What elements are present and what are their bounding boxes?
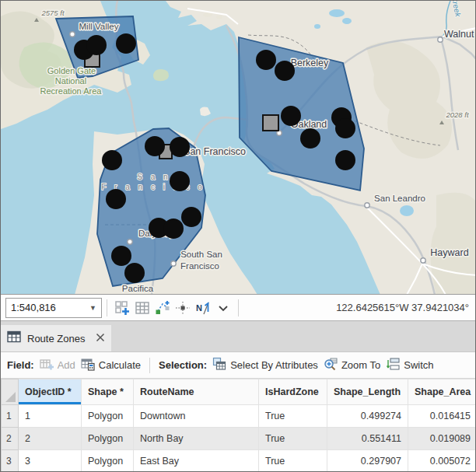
cell-routename[interactable]: Downtown — [134, 405, 259, 428]
column-header-shape-length[interactable]: Shape_Length — [327, 379, 408, 405]
row-selector[interactable]: 3 — [2, 450, 19, 472]
chevron-down-icon[interactable]: ▼ — [89, 304, 96, 312]
stop-marker[interactable] — [335, 118, 355, 138]
divider — [149, 358, 150, 373]
table-icon — [7, 330, 21, 347]
town-marker — [171, 261, 176, 266]
cell-routename[interactable]: East Bay — [134, 450, 259, 472]
zoom-to-button[interactable]: Zoom To — [324, 357, 380, 373]
cell-shape-area[interactable]: 0.005072 — [408, 450, 476, 472]
grid-icon[interactable] — [133, 299, 152, 317]
stop-marker[interactable] — [170, 171, 190, 191]
select-by-attributes-icon — [212, 357, 226, 373]
column-header-shape-area[interactable]: Shape_Area — [408, 379, 476, 405]
map-label: Walnut — [444, 29, 474, 40]
scale-combobox[interactable]: 1:540,816 ▼ — [5, 298, 102, 318]
select-all-triangle-icon — [5, 392, 16, 402]
add-field-icon — [40, 357, 54, 373]
map-view[interactable]: 2575 ftMill ValleyGolden GateNationalRec… — [1, 1, 476, 295]
hills-south — [431, 193, 476, 295]
column-header-objectid[interactable]: ObjectID * — [19, 379, 82, 405]
stop-marker[interactable] — [256, 50, 276, 70]
stop-marker[interactable] — [335, 150, 355, 170]
map-label: 2028 ft — [445, 110, 468, 119]
map-label: Mill Valley — [79, 22, 119, 31]
cell-ishardzone[interactable]: True — [259, 450, 327, 472]
cell-shape-length[interactable]: 0.551411 — [327, 428, 408, 450]
scale-value: 1:540,816 — [11, 302, 56, 313]
table-tabstrip: Route Zones — [1, 321, 475, 352]
map-label: Berkeley — [291, 58, 329, 68]
edit-sketch-icon[interactable] — [153, 299, 172, 317]
map-label: San Francisco — [184, 146, 246, 157]
stop-marker[interactable] — [275, 61, 295, 81]
row-selector[interactable]: 2 — [2, 428, 19, 450]
map-label: Francisco — [180, 261, 219, 271]
cell-ishardzone[interactable]: True — [259, 405, 327, 428]
select-all-corner[interactable] — [2, 379, 19, 405]
cell-routename[interactable]: North Bay — [134, 428, 259, 450]
map-label: 2575 ft — [40, 9, 64, 17]
stop-marker[interactable] — [116, 33, 136, 54]
column-header-shape[interactable]: Shape * — [82, 379, 134, 405]
town-marker — [365, 203, 369, 208]
cell-shape[interactable]: Polygon — [82, 428, 134, 450]
cell-objectid[interactable]: 3 — [19, 450, 82, 472]
add-field-button[interactable]: Add — [40, 357, 75, 373]
calculate-icon — [81, 357, 95, 373]
divider — [238, 299, 239, 316]
stop-marker[interactable] — [181, 207, 201, 227]
stop-marker[interactable] — [300, 128, 320, 149]
stop-marker[interactable] — [163, 219, 184, 239]
cell-objectid[interactable]: 1 — [19, 405, 82, 428]
snapping-icon[interactable] — [173, 299, 192, 317]
coordinates-readout: 122.6425615°W 37.9421034° — [243, 302, 471, 313]
add-bookmark-grid-icon[interactable] — [113, 299, 131, 317]
divider — [107, 299, 107, 316]
row-selector[interactable]: 1 — [2, 405, 19, 428]
table-toolbar: Field: Add Calculate Selection: Select B… — [1, 352, 475, 379]
zoom-to-label: Zoom To — [341, 359, 380, 371]
cell-objectid[interactable]: 2 — [19, 428, 82, 450]
switch-selection-icon — [386, 357, 400, 373]
switch-selection-button[interactable]: Switch — [386, 357, 433, 373]
stop-marker[interactable] — [170, 137, 190, 157]
map-label: Hayward — [430, 247, 468, 258]
chevron-down-icon[interactable] — [214, 299, 233, 317]
column-header-routename[interactable]: RouteName — [134, 379, 259, 405]
map-label: S a n — [137, 173, 170, 181]
cell-ishardzone[interactable]: True — [259, 428, 327, 450]
depot-marker[interactable] — [263, 115, 278, 131]
table-row: 3 3 Polygon East Bay True 0.297907 0.005… — [2, 450, 476, 472]
table-row: 2 2 Polygon North Bay True 0.551411 0.01… — [2, 428, 476, 450]
switch-selection-label: Switch — [404, 359, 433, 371]
map-label: National — [55, 76, 86, 86]
cell-shape-area[interactable]: 0.016415 — [408, 405, 476, 428]
stop-marker[interactable] — [145, 136, 165, 156]
cell-shape-length[interactable]: 0.499274 — [327, 405, 408, 428]
stop-marker[interactable] — [106, 189, 126, 209]
column-header-ishardzone[interactable]: IsHardZone — [259, 379, 327, 405]
stop-marker[interactable] — [102, 150, 122, 170]
north-arrow-icon[interactable]: N — [194, 299, 212, 317]
stop-marker[interactable] — [86, 35, 107, 55]
select-by-attributes-button[interactable]: Select By Attributes — [212, 357, 318, 373]
cell-shape[interactable]: Polygon — [82, 405, 134, 428]
stop-marker[interactable] — [281, 106, 301, 126]
basemap: 2575 ftMill ValleyGolden GateNationalRec… — [1, 1, 476, 295]
arcgis-window: 2575 ftMill ValleyGolden GateNationalRec… — [0, 0, 476, 472]
tab-title: Route Zones — [27, 333, 85, 344]
table-row: 1 1 Polygon Downtown True 0.499274 0.016… — [2, 405, 476, 428]
attribute-table: ObjectID * Shape * RouteName IsHardZone … — [1, 379, 476, 472]
stop-marker[interactable] — [124, 263, 145, 283]
tab-route-zones[interactable]: Route Zones — [1, 325, 111, 351]
map-label: Pacifica — [122, 284, 154, 293]
cell-shape[interactable]: Polygon — [82, 450, 134, 472]
cell-shape-area[interactable]: 0.019089 — [408, 428, 476, 450]
close-icon[interactable] — [96, 331, 105, 345]
calculate-button[interactable]: Calculate — [81, 357, 141, 373]
cell-shape-length[interactable]: 0.297907 — [327, 450, 408, 472]
map-label: South San — [180, 250, 222, 259]
stop-marker[interactable] — [111, 246, 131, 266]
header-row: ObjectID * Shape * RouteName IsHardZone … — [2, 379, 476, 405]
